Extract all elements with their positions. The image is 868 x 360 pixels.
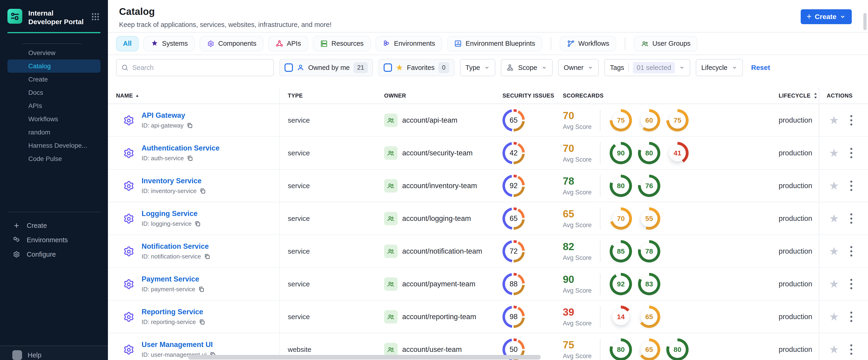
kebab-menu-icon[interactable]	[850, 343, 853, 356]
vertical-scrollbar[interactable]	[863, 13, 867, 30]
entity-name-link[interactable]: User Management UI	[142, 340, 216, 349]
sidebar-item-create[interactable]: Create	[7, 73, 100, 86]
owned-by-me-checkbox[interactable]	[284, 63, 293, 72]
kebab-menu-icon[interactable]	[850, 311, 853, 323]
kebab-menu-icon[interactable]	[850, 114, 853, 126]
sidebar-item-workflows[interactable]: Workflows	[7, 112, 100, 126]
scorecard-chip[interactable]: 80	[638, 142, 660, 164]
scorecard-chip[interactable]: 70	[610, 207, 632, 230]
favorites-checkbox[interactable]	[384, 63, 392, 72]
favorite-star-icon[interactable]: ★	[829, 115, 839, 126]
scorecard-chip[interactable]: 60	[638, 109, 660, 131]
scorecard-chip[interactable]: 75	[610, 109, 632, 131]
favorite-star-icon[interactable]: ★	[829, 180, 839, 191]
entity-name-link[interactable]: Logging Service	[142, 210, 201, 218]
sidebar-item-code-pulse[interactable]: Code Pulse	[7, 152, 100, 166]
entity-name-link[interactable]: Reporting Service	[142, 308, 206, 316]
lifecycle-dropdown[interactable]: Lifecycle	[696, 59, 743, 76]
kebab-menu-icon[interactable]	[850, 147, 853, 159]
security-issues-donut[interactable]: 72	[502, 240, 525, 263]
search-input[interactable]	[132, 64, 269, 71]
copy-icon[interactable]	[198, 286, 205, 293]
tab-environments[interactable]: Environments	[375, 36, 442, 51]
scorecard-chip[interactable]: 80	[666, 338, 689, 360]
copy-icon[interactable]	[187, 155, 193, 162]
sidebar-item-help[interactable]: Help	[0, 346, 108, 360]
tab-user-groups[interactable]: User Groups	[634, 36, 698, 51]
sidebar-item-random[interactable]: random	[7, 126, 100, 139]
scorecard-chip[interactable]: 90	[610, 142, 632, 164]
tab-apis[interactable]: APIs	[268, 36, 308, 51]
scorecard-chip[interactable]: 14	[610, 306, 632, 328]
security-issues-donut[interactable]: 42	[502, 142, 525, 164]
scorecard-chip[interactable]: 80	[610, 175, 632, 197]
sidebar-footer-item-create[interactable]: +Create	[0, 218, 108, 233]
tab-workflows[interactable]: Workflows	[560, 36, 616, 51]
copy-icon[interactable]	[199, 319, 206, 326]
kebab-menu-icon[interactable]	[850, 180, 853, 192]
sidebar-header: Internal Developer Portal	[0, 0, 108, 26]
entity-name-link[interactable]: Notification Service	[142, 242, 211, 250]
tab-all[interactable]: All	[116, 36, 138, 51]
favorite-star-icon[interactable]: ★	[829, 213, 839, 224]
reset-filters-link[interactable]: Reset	[751, 64, 770, 71]
sidebar-footer-item-configure[interactable]: Configure	[0, 247, 108, 262]
favorite-star-icon[interactable]: ★	[829, 311, 839, 322]
tab-components[interactable]: Components	[199, 36, 263, 51]
scorecard-chip[interactable]: 65	[638, 338, 660, 360]
sidebar-item-apis[interactable]: APIs	[7, 99, 100, 112]
entity-name-link[interactable]: API Gateway	[142, 111, 193, 120]
entity-name-link[interactable]: Authentication Service	[142, 144, 220, 152]
sidebar-item-harness-develope-[interactable]: Harness Develope...	[7, 139, 100, 152]
column-header-lifecycle[interactable]: LIFECYCLE	[779, 92, 819, 99]
scorecard-chip[interactable]: 85	[610, 240, 632, 263]
type-dropdown[interactable]: Type	[460, 59, 496, 76]
sidebar-item-catalog[interactable]: Catalog	[7, 59, 100, 73]
tab-systems[interactable]: Systems	[144, 36, 195, 51]
tab-group-divider	[625, 37, 625, 50]
copy-icon[interactable]	[186, 122, 193, 129]
app-grid-icon[interactable]	[91, 12, 100, 21]
security-issues-donut[interactable]: 88	[502, 273, 525, 295]
copy-icon[interactable]	[204, 253, 211, 260]
scorecard-chip[interactable]: 83	[638, 273, 660, 295]
scorecard-chip[interactable]: 55	[638, 207, 660, 230]
search-box[interactable]	[116, 59, 274, 76]
scorecard-chip[interactable]: 75	[666, 109, 689, 131]
avg-score-label: Avg Score	[563, 156, 598, 163]
kebab-menu-icon[interactable]	[850, 278, 853, 290]
entity-name-link[interactable]: Inventory Service	[142, 177, 206, 185]
security-issues-donut[interactable]: 65	[502, 207, 525, 230]
scorecard-chip[interactable]: 92	[610, 273, 632, 295]
copy-icon[interactable]	[199, 188, 206, 194]
security-issues-donut[interactable]: 92	[502, 175, 525, 197]
horizontal-scrollbar[interactable]	[188, 355, 541, 360]
favorite-star-icon[interactable]: ★	[829, 246, 839, 257]
tab-resources[interactable]: Resources	[313, 36, 371, 51]
tags-dropdown[interactable]: Tags 01 selected	[604, 59, 690, 76]
sidebar-item-overview[interactable]: Overview	[7, 46, 100, 59]
kebab-menu-icon[interactable]	[850, 212, 853, 224]
owned-by-me-filter[interactable]: Owned by me 21	[279, 59, 373, 76]
entity-name-link[interactable]: Payment Service	[142, 275, 205, 283]
scorecard-chip[interactable]: 80	[610, 338, 632, 360]
scope-dropdown[interactable]: Scope	[501, 59, 552, 76]
copy-icon[interactable]	[194, 220, 201, 228]
column-header-name[interactable]: NAME▲	[108, 88, 280, 103]
sidebar-footer-item-environments[interactable]: Environments	[0, 233, 108, 247]
scorecard-chip[interactable]: 65	[638, 306, 660, 328]
security-issues-donut[interactable]: 98	[502, 306, 525, 328]
favorite-star-icon[interactable]: ★	[829, 278, 839, 290]
scorecard-chip[interactable]: 78	[638, 240, 660, 263]
owner-dropdown[interactable]: Owner	[558, 59, 599, 76]
kebab-menu-icon[interactable]	[850, 245, 853, 257]
scorecard-chip[interactable]: 76	[638, 175, 660, 197]
create-button[interactable]: + Create	[801, 9, 852, 24]
favorites-filter[interactable]: ★ Favorites 0	[378, 59, 455, 76]
favorite-star-icon[interactable]: ★	[829, 148, 839, 159]
favorite-star-icon[interactable]: ★	[829, 344, 839, 355]
tab-environment-blueprints[interactable]: AEnvironment Blueprints	[447, 36, 542, 51]
security-issues-donut[interactable]: 65	[502, 109, 525, 131]
scorecard-chip[interactable]: 41	[666, 142, 689, 164]
sidebar-item-docs[interactable]: Docs	[7, 86, 100, 99]
